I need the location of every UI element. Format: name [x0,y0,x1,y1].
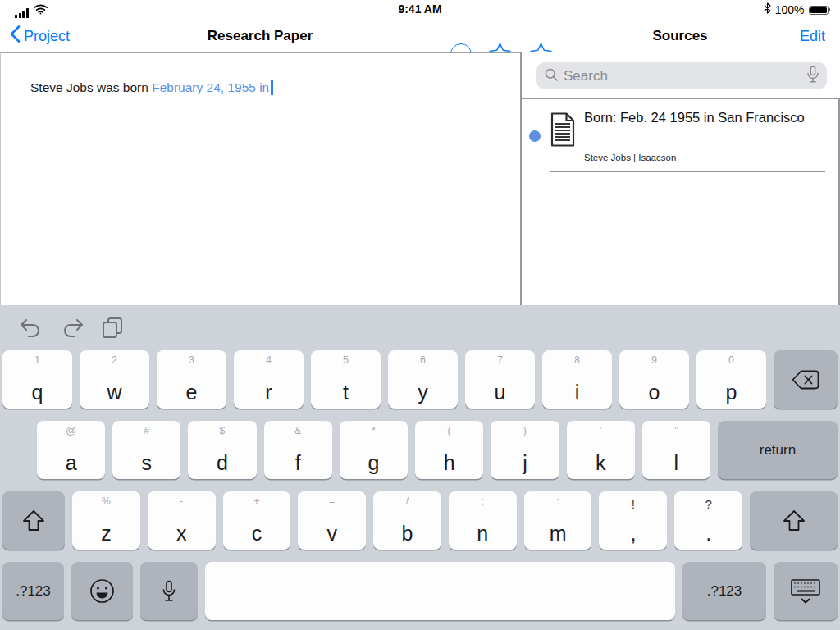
key-alt-label: 7 [465,354,535,366]
key-c[interactable]: +c [223,491,291,550]
key-alt-label: 4 [234,354,304,366]
key-main-label: e [157,381,226,404]
key-y[interactable]: 6y [388,350,458,409]
key-p[interactable]: 0p [696,350,766,409]
key-n[interactable]: ;n [449,491,517,550]
key-alt-label: 3 [157,354,226,366]
key-main-label: n [449,522,517,546]
key-d[interactable]: $d [188,421,256,479]
key-g[interactable]: *g [340,421,408,479]
key-alt-label: 2 [80,354,149,366]
divider [550,171,825,172]
key-alt-label: * [340,425,408,436]
key-alt-label: $ [188,425,256,436]
key-k[interactable]: ’k [567,421,635,479]
document-text-citation: February 24, 1955 in [152,80,269,94]
search-area: Search [522,52,840,98]
key-q[interactable]: 1q [2,350,72,409]
return-key[interactable]: return [718,421,838,479]
search-placeholder: Search [564,68,807,84]
key-f[interactable]: &f [264,421,332,479]
key-w[interactable]: 2w [80,350,149,409]
key-label: .?123 [707,583,742,600]
source-active-dot-icon [529,130,541,142]
backspace-key[interactable] [774,350,838,409]
key-a[interactable]: @a [37,421,105,479]
key-alt-label: ’ [567,425,635,436]
dismiss-keyboard-key[interactable] [774,562,838,620]
key-b[interactable]: /b [373,491,441,550]
key-main-label: m [524,522,592,546]
undo-icon[interactable] [20,318,43,338]
key-alt-label: ( [415,425,483,436]
key-alt-label: = [298,495,366,507]
key-alt-label: 1 [2,354,72,366]
redo-icon[interactable] [61,318,84,338]
key-j[interactable]: )j [491,421,559,479]
key-main-label: j [491,451,559,475]
dictation-key[interactable] [140,562,198,620]
shift-key-right[interactable] [750,491,838,550]
key-main-label: d [188,451,256,475]
key-h[interactable]: (h [415,421,483,479]
key-alt-label: ” [642,425,710,436]
dictation-icon[interactable] [807,66,819,86]
key-alt-label: 9 [619,354,689,366]
key-alt-label: % [72,495,140,507]
source-subtitle: Steve Jobs | Isaacson [584,153,676,162]
key-v[interactable]: =v [298,491,366,550]
key-u[interactable]: 7u [465,350,535,409]
onscreen-keyboard: 1q2w3e4r5t6y7u8i9o0p @a#s$d&f*g(h)j’k”lr… [0,305,840,630]
back-button[interactable]: Project [10,20,70,52]
document-icon [550,112,575,150]
keyboard-row-3: %z-x+c=v/b;n:m!,?. [0,491,840,550]
sources-pane: Search [520,52,840,305]
battery-percent: 100% [775,3,805,16]
comma-exclamation-key[interactable]: !, [599,491,667,550]
edit-button[interactable]: Edit [800,20,825,52]
shift-icon [21,509,46,532]
document-editor[interactable]: Steve Jobs was born February 24, 1955 in [0,52,520,305]
key-alt-label: # [112,425,180,436]
key-main-label: , [599,522,667,546]
numbers-key-right[interactable]: .?123 [682,562,766,620]
key-e[interactable]: 3e [157,350,226,409]
key-m[interactable]: :m [524,491,592,550]
key-l[interactable]: ”l [642,421,710,479]
shift-key-left[interactable] [2,491,65,550]
status-bar: 9:41 AM 100% [0,0,840,20]
key-main-label: w [80,381,149,404]
space-key[interactable] [205,562,675,620]
key-main-label: s [112,451,180,475]
key-i[interactable]: 8i [542,350,612,409]
source-title: Born: Feb. 24 1955 in San Francisco [584,110,805,126]
shift-icon [782,509,806,532]
key-alt-label: / [373,495,441,507]
key-z[interactable]: %z [72,491,140,550]
source-list-item[interactable]: Born: Feb. 24 1955 in San Francisco Stev… [522,99,838,173]
key-alt-label: - [148,495,216,507]
key-alt-label: ? [674,497,742,511]
search-input[interactable]: Search [536,62,827,89]
key-alt-label: ) [491,425,559,436]
key-s[interactable]: #s [112,421,180,479]
numbers-key-left[interactable]: .?123 [2,562,64,620]
sources-pane-title: Sources [652,20,707,52]
key-main-label: g [340,451,408,475]
key-x[interactable]: -x [148,491,216,550]
key-main-label: f [264,451,332,475]
key-o[interactable]: 9o [619,350,689,409]
key-main-label: p [696,381,766,404]
back-button-label: Project [24,28,70,45]
paste-icon[interactable] [102,317,123,339]
document-text-plain: Steve Jobs was born [30,80,152,94]
key-r[interactable]: 4r [234,350,304,409]
period-question-key[interactable]: ?. [674,491,742,550]
key-t[interactable]: 5t [311,350,381,409]
key-main-label: b [373,522,441,546]
key-main-label: q [2,381,72,404]
emoji-key[interactable] [71,562,133,620]
key-alt-label: 6 [388,354,458,366]
keyboard-row-2: @a#s$d&f*g(h)j’k”lreturn [0,421,840,479]
sources-list: Born: Feb. 24 1955 in San Francisco Stev… [522,98,840,305]
